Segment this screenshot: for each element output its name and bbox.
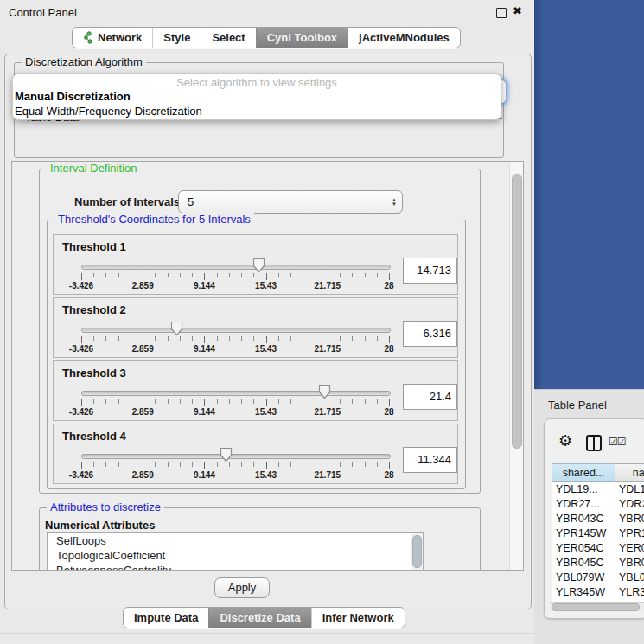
attribute-item-topologicalcoefficient[interactable]: TopologicalCoefficient [48, 548, 423, 563]
table-row[interactable]: YER054CYER0 [552, 541, 644, 556]
tick-mark [155, 273, 156, 277]
thresholds-group: Threshold's Coordinates for 5 Intervals … [47, 220, 466, 489]
tick-label: 28 [384, 281, 393, 290]
threshold-panel-1: Threshold 1-3.4262.8599.14415.4321.71528… [53, 234, 458, 295]
threshold-value-field[interactable]: 11.344 [403, 447, 457, 473]
group-title: Discretization Algorithm [22, 55, 146, 68]
tick-label: 9.144 [194, 470, 215, 480]
tick-mark [253, 336, 254, 341]
bottom-tab-impute-data[interactable]: Impute Data [124, 608, 208, 628]
vertical-scrollbar[interactable] [509, 162, 523, 570]
threshold-value-field[interactable]: 6.316 [403, 321, 457, 347]
threshold-value-field[interactable]: 14.713 [403, 258, 457, 284]
tick-mark [180, 399, 181, 404]
float-window-icon[interactable] [496, 8, 507, 18]
table-row[interactable]: YLR345WYLR3 [552, 585, 644, 600]
close-icon[interactable]: ✖ [513, 4, 522, 17]
slider-thumb[interactable] [220, 447, 233, 462]
tab-style[interactable]: Style [152, 28, 201, 48]
threshold-label: Threshold 4 [62, 430, 126, 443]
tick-mark [389, 462, 390, 469]
node-table[interactable]: shared...name YDL19...YDL1YDR27...YDR2YB… [552, 463, 644, 602]
dropdown-option-equal-width-frequency-discretization[interactable]: Equal Width/Frequency Discretization [13, 104, 501, 118]
tick-mark [217, 399, 218, 404]
vertical-scrollbar-thumb[interactable] [512, 174, 522, 449]
bottom-tab-discretize-data[interactable]: Discretize Data [208, 608, 310, 628]
tick-label: 15.43 [255, 344, 277, 354]
spinner-stepper-icon[interactable]: ▲ ▼ [386, 198, 402, 207]
algorithm-dropdown-popup: Select algorithm to view settings Manual… [12, 73, 501, 120]
slider-track[interactable] [81, 265, 391, 270]
tick-mark [81, 462, 82, 469]
attribute-item-betweennesscentrality[interactable]: BetweennessCentrality [48, 563, 423, 571]
slider-thumb[interactable] [170, 321, 183, 336]
threshold-panel-2: Threshold 2-3.4262.8599.14415.4321.71528… [53, 297, 458, 358]
tick-mark [229, 462, 230, 467]
attribute-item-selfloops[interactable]: SelfLoops [48, 533, 423, 548]
slider-thumb[interactable] [252, 258, 265, 273]
column-header-name[interactable]: name [615, 463, 644, 482]
table-row[interactable]: YBR045CYBR0 [552, 556, 644, 571]
dropdown-option-manual-discretization[interactable]: Manual Discretization [13, 89, 501, 104]
tick-mark [81, 399, 82, 406]
table-row[interactable]: YDL19...YDL1 [552, 482, 644, 497]
tick-mark [180, 462, 181, 467]
tick-mark [377, 336, 378, 341]
horizontal-scrollbar-thumb[interactable] [552, 603, 640, 611]
table-cell: YBR0 [615, 512, 644, 526]
slider-track[interactable] [81, 454, 391, 459]
list-scrollbar[interactable] [411, 533, 423, 571]
gear-icon[interactable]: ⚙ [558, 431, 572, 450]
tick-mark [352, 462, 353, 467]
number-of-intervals-spinner[interactable]: 5 ▲ ▼ [178, 190, 403, 214]
checkbox-icons[interactable]: ☑☑ [609, 436, 626, 448]
list-scrollbar-thumb[interactable] [412, 535, 422, 568]
tick-mark [389, 336, 390, 343]
table-row[interactable]: YDR27...YDR2 [552, 497, 644, 512]
tick-mark [118, 399, 119, 404]
tab-network[interactable]: Network [73, 28, 152, 48]
dropdown-hint: Select algorithm to view settings [13, 74, 501, 89]
slider-thumb[interactable] [318, 384, 331, 399]
table-cell: YPR1 [615, 526, 644, 541]
table-row[interactable]: YBL079WYBL0 [552, 571, 644, 585]
stepper-down-icon[interactable]: ▼ [392, 202, 397, 207]
table-row[interactable]: YPR145WYPR1 [552, 526, 644, 541]
tick-mark [303, 273, 303, 277]
tick-mark [328, 273, 328, 280]
tick-label: 15.43 [255, 470, 277, 480]
bottom-tab-label: Discretize Data [220, 611, 300, 624]
bottom-tab-infer-network[interactable]: Infer Network [311, 608, 405, 628]
slider-track[interactable] [81, 391, 391, 396]
tab-label: Cyni Toolbox [267, 31, 337, 44]
column-layout-icon[interactable] [586, 435, 602, 451]
tab-cyni-toolbox[interactable]: Cyni Toolbox [256, 28, 348, 48]
tab-jactivemnodules[interactable]: jActiveMNodules [348, 28, 460, 48]
tab-select[interactable]: Select [201, 28, 255, 48]
tick-mark [266, 462, 267, 469]
table-row[interactable]: YBR043CYBR0 [552, 512, 644, 526]
tick-mark [105, 273, 106, 277]
tick-mark [217, 336, 218, 341]
network-icon [83, 31, 93, 44]
tick-mark [352, 336, 353, 341]
tick-mark [105, 336, 106, 341]
tick-mark [143, 336, 143, 343]
table-body: YDL19...YDL1YDR27...YDR2YBR043CYBR0YPR14… [552, 482, 644, 602]
tick-mark [105, 462, 106, 467]
apply-button[interactable]: Apply [214, 577, 270, 598]
numerical-attributes-list[interactable]: SelfLoopsTopologicalCoefficientBetweenne… [47, 532, 424, 571]
tick-label: 28 [384, 344, 393, 354]
tick-mark [241, 462, 242, 467]
tick-mark [241, 399, 242, 404]
slider-ruler [81, 462, 389, 470]
slider-track[interactable] [81, 328, 391, 333]
tick-label: 28 [384, 470, 393, 480]
tick-mark [229, 399, 230, 404]
bottom-tab-strip: Impute DataDiscretize DataInfer Network [123, 607, 405, 628]
column-header-shared-[interactable]: shared... [552, 463, 615, 482]
horizontal-scrollbar[interactable] [550, 602, 644, 611]
tick-mark [290, 462, 291, 467]
threshold-value-field[interactable]: 21.4 [403, 384, 457, 410]
control-panel: Control Panel ✖ NetworkStyleSelectCyni T… [0, 0, 534, 644]
